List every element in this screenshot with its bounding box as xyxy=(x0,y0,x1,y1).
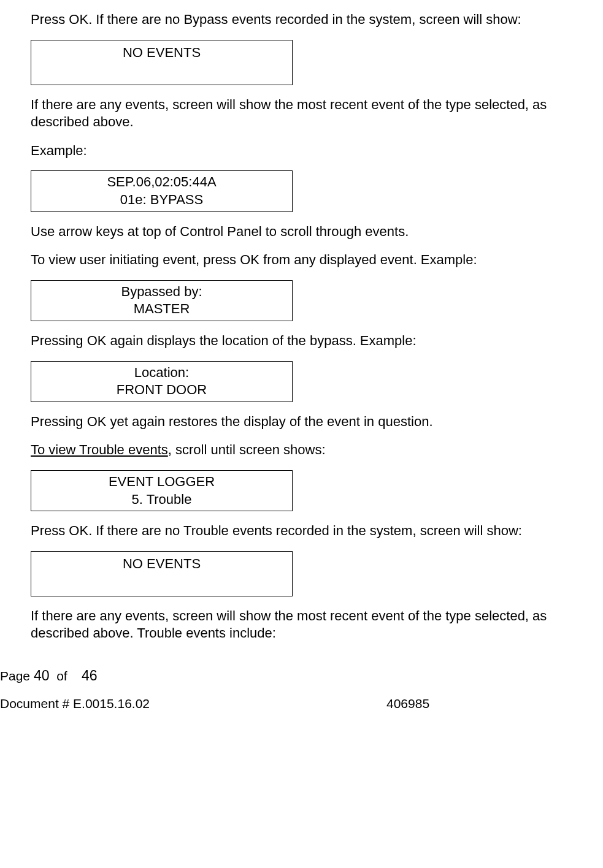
paragraph-example-1: Example: xyxy=(31,142,560,160)
document-number: 406985 xyxy=(386,695,429,712)
paragraph-view-trouble: To view Trouble events, scroll until scr… xyxy=(31,441,560,459)
document-id-label: Document # E.0015.16.02 xyxy=(0,695,386,712)
display-line: MASTER xyxy=(31,300,292,318)
display-bypassed-by: Bypassed by: MASTER xyxy=(31,280,293,321)
footer-page-number: Page 40 of 46 xyxy=(0,667,560,685)
display-line: NO EVENTS xyxy=(123,44,201,62)
display-line: EVENT LOGGER xyxy=(31,473,292,491)
display-line: 5. Trouble xyxy=(31,491,292,509)
paragraph-view-user: To view user initiating event, press OK … xyxy=(31,251,560,269)
page-total-number: 46 xyxy=(82,668,98,683)
display-no-events-2: NO EVENTS xyxy=(31,551,293,596)
paragraph-press-ok-trouble: Press OK. If there are no Trouble events… xyxy=(31,522,560,540)
display-line: Bypassed by: xyxy=(31,283,292,301)
page-label: Page xyxy=(0,669,30,683)
page-footer: Page 40 of 46 Document # E.0015.16.02 40… xyxy=(0,667,560,712)
display-event-logger-trouble: EVENT LOGGER 5. Trouble xyxy=(31,470,293,511)
display-no-events-1: NO EVENTS xyxy=(31,40,293,85)
display-event-example: SEP.06,02:05:44A 01e: BYPASS xyxy=(31,170,293,211)
paragraph-arrow-keys: Use arrow keys at top of Control Panel t… xyxy=(31,223,560,241)
display-line: Location: xyxy=(31,364,292,382)
underline-text: To view Trouble events xyxy=(31,442,168,457)
page-current-number: 40 xyxy=(34,668,50,683)
display-line: 01e: BYPASS xyxy=(31,191,292,209)
paragraph-events-recent: If there are any events, screen will sho… xyxy=(31,96,560,131)
paragraph-restore: Pressing OK yet again restores the displ… xyxy=(31,413,560,431)
footer-doc-info: Document # E.0015.16.02 406985 xyxy=(0,695,560,712)
display-line: SEP.06,02:05:44A xyxy=(31,173,292,191)
page-of: of xyxy=(56,669,67,683)
paragraph-location: Pressing OK again displays the location … xyxy=(31,332,560,350)
text: , scroll until screen shows: xyxy=(168,442,326,457)
display-line: FRONT DOOR xyxy=(31,381,292,399)
paragraph-press-ok-bypass: Press OK. If there are no Bypass events … xyxy=(31,11,560,29)
paragraph-trouble-events-include: If there are any events, screen will sho… xyxy=(31,607,560,642)
display-location: Location: FRONT DOOR xyxy=(31,361,293,402)
display-line: NO EVENTS xyxy=(123,555,201,573)
